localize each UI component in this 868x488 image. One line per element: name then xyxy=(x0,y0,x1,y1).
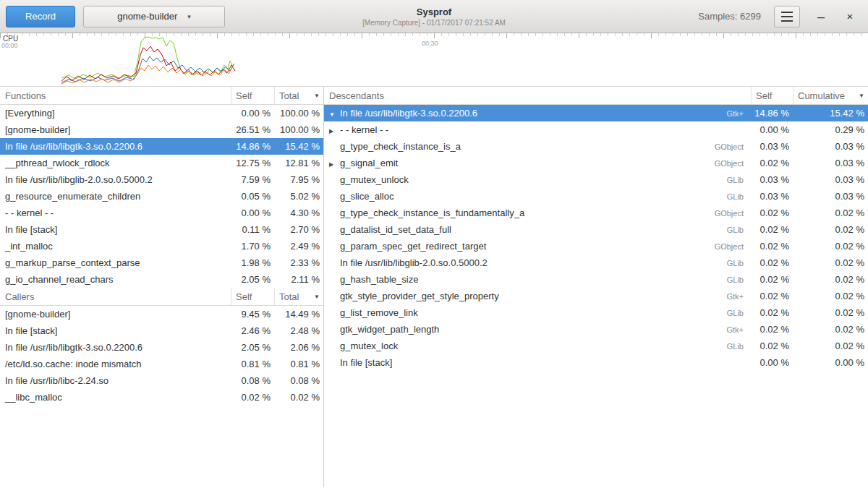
descendants-row[interactable]: g_type_check_instance_is_fundamentally_a… xyxy=(324,205,868,221)
descendants-row[interactable]: g_datalist_id_set_data_fullGLib0.02 %0.0… xyxy=(324,221,868,238)
total-value: 12.81 % xyxy=(274,158,323,168)
descendants-column-cumulative[interactable]: Cumulative ▼ xyxy=(793,87,868,104)
functions-header-row[interactable]: Functions Self Total ▼ xyxy=(0,87,323,105)
callers-row[interactable]: [gnome-builder]9.45 %14.49 % xyxy=(0,306,323,322)
total-value: 5.02 % xyxy=(274,191,323,202)
functions-list: [Everything]0.00 %100.00 %[gnome-builder… xyxy=(0,105,323,288)
descendants-row[interactable]: g_type_check_instance_is_aGObject0.03 %0… xyxy=(324,138,868,155)
cumulative-value: 0.00 % xyxy=(793,357,868,368)
total-value: 100.00 % xyxy=(274,124,323,135)
functions-row[interactable]: g_resource_enumerate_children0.05 %5.02 … xyxy=(0,188,323,205)
functions-total-label: Total xyxy=(279,90,299,101)
descendants-row[interactable]: g_slice_allocGLib0.03 %0.03 % xyxy=(324,188,868,205)
callers-row[interactable]: In file /usr/lib/libc-2.24.so0.08 %0.08 … xyxy=(0,372,323,389)
descendants-header-row[interactable]: Descendants Self Cumulative ▼ xyxy=(324,87,868,105)
symbol-name: In file /usr/lib/libglib-2.0.so.0.5000.2 xyxy=(340,257,488,268)
cpu-graph[interactable]: CPU 00:00 00:30 xyxy=(0,33,868,87)
self-value: 0.02 % xyxy=(751,224,793,235)
total-value: 7.95 % xyxy=(274,174,323,185)
descendants-row[interactable]: g_hash_table_sizeGLib0.02 %0.02 % xyxy=(324,271,868,288)
functions-row[interactable]: [Everything]0.00 %100.00 % xyxy=(0,105,323,121)
symbol-name: g_markup_parse_context_parse xyxy=(0,257,231,268)
symbol-name: [Everything] xyxy=(0,108,231,119)
functions-column-total[interactable]: Total ▼ xyxy=(274,87,323,104)
descendants-row[interactable]: ▶g_signal_emitGObject0.02 %0.03 % xyxy=(324,155,868,171)
functions-row[interactable]: _int_malloc1.70 %2.49 % xyxy=(0,238,323,254)
descendants-row[interactable]: g_param_spec_get_redirect_targetGObject0… xyxy=(324,238,868,254)
callers-row[interactable]: __libc_malloc0.02 %0.02 % xyxy=(0,389,323,406)
cumulative-value: 0.02 % xyxy=(793,341,868,351)
library-badge: GLib xyxy=(700,176,751,184)
functions-row[interactable]: In file [stack]0.11 %2.70 % xyxy=(0,221,323,238)
self-value: 2.05 % xyxy=(231,342,274,353)
cumulative-value: 0.02 % xyxy=(793,307,868,318)
main-content: Functions Self Total ▼ [Everything]0.00 … xyxy=(0,87,868,487)
callers-row[interactable]: /etc/ld.so.cache: inode mismatch0.81 %0.… xyxy=(0,356,323,372)
descendants-row[interactable]: g_list_remove_linkGLib0.02 %0.02 % xyxy=(324,304,868,321)
symbol-name: [gnome-builder] xyxy=(0,124,231,135)
self-value: 0.02 % xyxy=(751,307,793,318)
cumulative-value: 0.02 % xyxy=(793,224,868,235)
record-button[interactable]: Record xyxy=(6,6,75,27)
descendants-row[interactable]: gtk_widget_path_lengthGtk+0.02 %0.02 % xyxy=(324,321,868,338)
close-button[interactable]: × xyxy=(842,8,858,25)
symbol-name: In file /usr/lib/libc-2.24.so xyxy=(0,375,231,386)
total-value: 14.49 % xyxy=(274,309,323,320)
self-value: 0.02 % xyxy=(751,241,793,252)
menu-button[interactable] xyxy=(774,6,800,27)
total-value: 2.06 % xyxy=(274,342,323,353)
descendants-row[interactable]: ▼In file /usr/lib/libgtk-3.so.0.2200.6Gt… xyxy=(324,105,868,121)
descendants-column-title[interactable]: Descendants xyxy=(324,87,751,104)
callers-row[interactable]: In file [stack]2.46 %2.48 % xyxy=(0,322,323,339)
total-value: 2.33 % xyxy=(274,257,323,268)
expander-closed-icon[interactable]: ▶ xyxy=(329,128,340,134)
functions-row[interactable]: [gnome-builder]26.51 %100.00 % xyxy=(0,121,323,138)
left-panel: Functions Self Total ▼ [Everything]0.00 … xyxy=(0,87,324,487)
descendants-row[interactable]: ▶- - kernel - -0.00 %0.29 % xyxy=(324,121,868,138)
minimize-button[interactable]: – xyxy=(813,8,829,25)
callers-column-title[interactable]: Callers xyxy=(0,288,231,305)
descendants-row[interactable]: gtk_style_provider_get_style_propertyGtk… xyxy=(324,288,868,304)
cumulative-value: 0.29 % xyxy=(793,124,868,135)
symbol-name-cell: g_datalist_id_set_data_full xyxy=(324,224,700,235)
functions-row[interactable]: g_io_channel_read_chars2.05 %2.11 % xyxy=(0,271,323,288)
expander-closed-icon[interactable]: ▶ xyxy=(329,161,340,168)
callers-column-self[interactable]: Self xyxy=(231,288,274,305)
cumulative-label: Cumulative xyxy=(798,90,845,101)
total-value: 2.11 % xyxy=(274,274,323,285)
cumulative-value: 0.02 % xyxy=(793,207,868,218)
self-value: 0.03 % xyxy=(751,141,793,152)
self-value: 0.03 % xyxy=(751,174,793,185)
descendants-row[interactable]: g_mutex_unlockGLib0.03 %0.03 % xyxy=(324,171,868,188)
library-badge: Gtk+ xyxy=(700,292,751,301)
symbol-name: g_io_channel_read_chars xyxy=(0,274,231,285)
symbol-name-cell: In file /usr/lib/libglib-2.0.so.0.5000.2 xyxy=(324,257,700,268)
self-value: 12.75 % xyxy=(231,158,274,168)
functions-row[interactable]: g_markup_parse_context_parse1.98 %2.33 % xyxy=(0,254,323,271)
symbol-name: g_type_check_instance_is_fundamentally_a xyxy=(340,207,524,218)
descendants-row[interactable]: g_mutex_lockGLib0.02 %0.02 % xyxy=(324,338,868,354)
descendants-column-self[interactable]: Self xyxy=(751,87,793,104)
functions-row[interactable]: In file /usr/lib/libgtk-3.so.0.2200.614.… xyxy=(0,138,323,155)
self-value: 0.08 % xyxy=(231,375,274,386)
descendants-row[interactable]: In file [stack]0.00 %0.00 % xyxy=(324,354,868,371)
process-selector-dropdown[interactable]: gnome-builder ▾ xyxy=(83,6,225,27)
functions-column-self[interactable]: Self xyxy=(231,87,274,104)
library-badge: GLib xyxy=(700,259,751,267)
expander-open-icon[interactable]: ▼ xyxy=(329,111,340,118)
callers-column-total[interactable]: Total ▼ xyxy=(274,288,323,305)
descendants-row[interactable]: In file /usr/lib/libglib-2.0.so.0.5000.2… xyxy=(324,254,868,271)
functions-column-title[interactable]: Functions xyxy=(0,87,231,104)
symbol-name-cell: g_param_spec_get_redirect_target xyxy=(324,241,700,252)
cumulative-value: 0.02 % xyxy=(793,291,868,301)
functions-row[interactable]: - - kernel - -0.00 %4.30 % xyxy=(0,205,323,221)
cumulative-value: 0.02 % xyxy=(793,274,868,285)
self-value: 0.02 % xyxy=(751,158,793,168)
self-value: 0.02 % xyxy=(751,274,793,285)
functions-row[interactable]: In file /usr/lib/libglib-2.0.so.0.5000.2… xyxy=(0,171,323,188)
callers-header-row[interactable]: Callers Self Total ▼ xyxy=(0,288,323,306)
callers-row[interactable]: In file /usr/lib/libgtk-3.so.0.2200.62.0… xyxy=(0,339,323,356)
self-value: 2.05 % xyxy=(231,274,274,285)
functions-row[interactable]: __pthread_rwlock_rdlock12.75 %12.81 % xyxy=(0,155,323,171)
library-badge: GLib xyxy=(700,275,751,284)
